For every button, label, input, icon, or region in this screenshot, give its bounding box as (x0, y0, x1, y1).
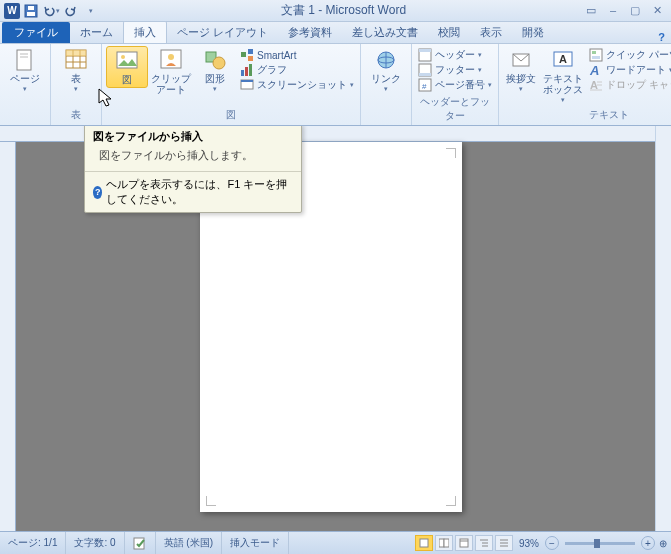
textbox-icon: A (551, 48, 575, 72)
chart-button[interactable]: グラフ (240, 63, 354, 77)
tab-insert[interactable]: 挿入 (123, 21, 167, 43)
redo-icon[interactable] (62, 2, 80, 20)
quick-access-toolbar: W ▾ ▾ (0, 2, 104, 20)
greeting-button[interactable]: 挨拶文 ▾ (503, 46, 539, 95)
svg-rect-3 (17, 50, 31, 70)
svg-rect-20 (248, 56, 253, 61)
svg-rect-21 (241, 70, 244, 76)
window-controls: ▭ – ▢ ✕ (583, 4, 671, 17)
tab-pagelayout[interactable]: ページ レイアウト (167, 22, 278, 43)
tab-view[interactable]: 表示 (470, 22, 512, 43)
svg-rect-22 (245, 67, 248, 76)
links-button[interactable]: リンク ▾ (365, 46, 407, 95)
svg-rect-32 (419, 73, 431, 76)
chart-icon (240, 63, 254, 77)
tooltip-title: 図をファイルから挿入 (85, 126, 301, 146)
minimize-ribbon-icon[interactable]: ▭ (583, 4, 599, 17)
tab-references[interactable]: 参考資料 (278, 22, 342, 43)
screenshot-button[interactable]: スクリーンショット ▾ (240, 78, 354, 92)
tab-review[interactable]: 校閲 (428, 22, 470, 43)
pagenumber-button[interactable]: #ページ番号 ▾ (418, 78, 492, 92)
zoom-slider[interactable] (565, 542, 635, 545)
svg-text:A: A (559, 53, 567, 65)
wordart-icon: A (589, 63, 603, 77)
zoom-in-button[interactable]: + (641, 536, 655, 550)
vertical-ruler[interactable] (0, 142, 16, 531)
status-insertmode[interactable]: 挿入モード (222, 532, 289, 554)
help-icon[interactable]: ? (658, 31, 665, 43)
zoom-level[interactable]: 93% (519, 538, 539, 549)
svg-rect-53 (444, 539, 449, 547)
status-language[interactable]: 英語 (米国) (156, 532, 222, 554)
svg-rect-51 (420, 539, 428, 547)
window-title: 文書 1 - Microsoft Word (104, 2, 583, 19)
vertical-scrollbar[interactable] (655, 126, 671, 531)
footer-button[interactable]: フッター ▾ (418, 63, 492, 77)
tab-home[interactable]: ホーム (70, 22, 123, 43)
view-outline-button[interactable] (475, 535, 493, 551)
screenshot-icon (240, 78, 254, 92)
zoom-fit-button[interactable]: ⊕ (659, 538, 667, 549)
help-badge-icon: ? (93, 186, 102, 199)
undo-icon[interactable]: ▾ (42, 2, 60, 20)
zoom-thumb[interactable] (594, 539, 600, 548)
svg-rect-1 (27, 12, 35, 16)
view-web-button[interactable] (455, 535, 473, 551)
minimize-icon[interactable]: – (605, 4, 621, 17)
svg-rect-38 (590, 49, 602, 61)
tab-developer[interactable]: 開発 (512, 22, 554, 43)
insert-picture-button[interactable]: 図 (106, 46, 148, 88)
header-button[interactable]: ヘッダー ▾ (418, 48, 492, 62)
dropcap-button[interactable]: Aドロップ キャップ ▾ (589, 78, 671, 92)
close-icon[interactable]: ✕ (649, 4, 665, 17)
tab-file[interactable]: ファイル (2, 22, 70, 43)
header-icon (418, 48, 432, 62)
group-links: リンク ▾ (361, 44, 412, 125)
status-proofing[interactable] (125, 532, 156, 554)
margin-mark (446, 148, 456, 158)
group-label-tables: 表 (55, 107, 97, 123)
tab-mailings[interactable]: 差し込み文書 (342, 22, 428, 43)
save-icon[interactable] (22, 2, 40, 20)
maximize-icon[interactable]: ▢ (627, 4, 643, 17)
tooltip-help: ? ヘルプを表示するには、F1 キーを押してください。 (85, 171, 301, 212)
status-bar: ページ: 1/1 文字数: 0 英語 (米国) 挿入モード 93% − + ⊕ (0, 531, 671, 554)
table-icon (64, 48, 88, 72)
group-pages: ページ ▾ (0, 44, 51, 125)
svg-rect-2 (28, 6, 34, 10)
svg-point-15 (168, 54, 174, 60)
table-button[interactable]: 表 ▾ (55, 46, 97, 95)
shapes-icon (203, 48, 227, 72)
svg-rect-19 (248, 49, 253, 54)
pages-button[interactable]: ページ ▾ (4, 46, 46, 95)
smartart-button[interactable]: SmartArt (240, 48, 354, 62)
wordart-button[interactable]: Aワードアート ▾ (589, 63, 671, 77)
word-app-icon[interactable]: W (4, 3, 20, 19)
svg-rect-40 (592, 56, 600, 59)
status-wordcount[interactable]: 文字数: 0 (66, 532, 124, 554)
zoom-out-button[interactable]: − (545, 536, 559, 550)
quickparts-button[interactable]: クイック パーツ ▾ (589, 48, 671, 62)
textbox-button[interactable]: A テキスト ボックス ▾ (541, 46, 585, 106)
clipart-button[interactable]: クリップ アート (150, 46, 192, 97)
pagenumber-icon: # (418, 78, 432, 92)
svg-rect-39 (592, 51, 596, 54)
view-draft-button[interactable] (495, 535, 513, 551)
status-page[interactable]: ページ: 1/1 (0, 532, 66, 554)
svg-point-17 (213, 57, 225, 69)
group-label-illustrations: 図 (106, 107, 356, 123)
group-label-text: テキスト (503, 107, 671, 123)
svg-rect-23 (249, 64, 252, 76)
qat-customize-icon[interactable]: ▾ (82, 2, 100, 20)
group-headerfooter: ヘッダー ▾ フッター ▾ #ページ番号 ▾ ヘッダーとフッター (412, 44, 499, 125)
picture-icon (115, 49, 139, 73)
view-printlayout-button[interactable] (415, 535, 433, 551)
view-fullscreen-button[interactable] (435, 535, 453, 551)
margin-mark (206, 496, 216, 506)
smartart-icon (240, 48, 254, 62)
svg-text:A: A (590, 79, 598, 91)
greeting-icon (509, 48, 533, 72)
shapes-button[interactable]: 図形 ▾ (194, 46, 236, 95)
svg-text:#: # (422, 82, 427, 91)
document-area: 図をファイルから挿入 図をファイルから挿入します。 ? ヘルプを表示するには、F… (0, 126, 671, 531)
